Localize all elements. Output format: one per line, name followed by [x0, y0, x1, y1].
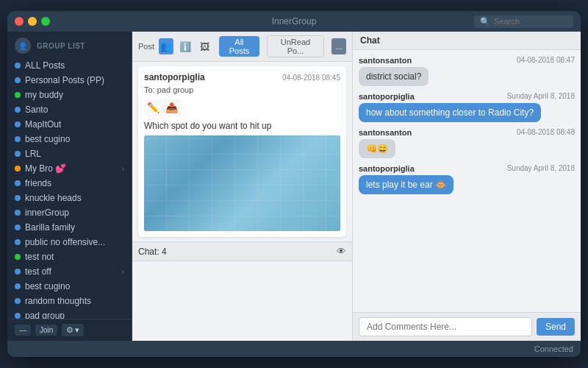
- chat-message-msg1: santonsanton04-08-2018 08:47district soc…: [359, 56, 575, 86]
- sidebar-item-random-thoughts[interactable]: random thoughts: [7, 294, 132, 308]
- sidebar-item-friends[interactable]: friends: [7, 176, 132, 191]
- chat-count: Chat: 4: [138, 247, 167, 257]
- sidebar-label-public-no-offensive: public no offensive...: [25, 237, 105, 247]
- sidebar-item-best-cugino[interactable]: best cugino: [7, 132, 132, 146]
- people-icon[interactable]: 👥: [159, 38, 173, 54]
- sidebar-label-random-thoughts: random thoughts: [25, 296, 91, 306]
- app-window: InnerGroup 🔍 👤 GROUP LIST ALL PostsPerso…: [7, 11, 581, 357]
- chat-panel: Chat santonsanton04-08-2018 08:47distric…: [353, 32, 581, 341]
- dot-my-buddy: [15, 92, 21, 98]
- dot-all-posts: [15, 63, 21, 68]
- join-button[interactable]: Join: [35, 325, 57, 336]
- dot-barilla-family: [15, 224, 21, 230]
- sidebar-item-knuckle-heads[interactable]: knuckle heads: [7, 191, 132, 205]
- chat-msg-user-msg2: santoporpiglia: [359, 92, 415, 101]
- chat-msg-time-msg1: 04-08-2018 08:47: [517, 56, 575, 65]
- dot-personal-posts: [15, 77, 21, 83]
- sidebar-item-barilla-family[interactable]: Barilla family: [7, 220, 132, 235]
- chat-msg-header-msg4: santoporpigliaSunday April 8, 2018: [359, 164, 575, 173]
- sidebar-item-best-cugino-2[interactable]: best cugino: [7, 279, 132, 294]
- title-bar: InnerGroup 🔍: [7, 11, 581, 32]
- sidebar-item-pad-group[interactable]: pad group: [7, 308, 132, 319]
- eye-icon[interactable]: 👁: [337, 246, 346, 257]
- image-icon[interactable]: 🖼: [197, 38, 212, 54]
- post-header: santoporpiglia 04-08-2018 08:45: [144, 72, 340, 82]
- sidebar-item-my-bro[interactable]: My Bro 💕›: [7, 161, 132, 176]
- chevron-icon-my-bro: ›: [122, 165, 124, 173]
- sidebar-label-test-off: test off: [25, 266, 51, 277]
- chat-message-msg4: santoporpigliaSunday April 8, 2018lets p…: [359, 164, 575, 194]
- maximize-button[interactable]: [41, 17, 50, 26]
- dot-friends: [15, 180, 21, 186]
- sidebar-item-test-off[interactable]: test off›: [7, 264, 132, 279]
- chat-bar: Chat: 4 👁: [132, 241, 352, 261]
- chat-message-msg3: santonsanton04-08-2018 08:48👊😄: [359, 128, 575, 158]
- dot-lrl: [15, 151, 21, 157]
- dot-public-no-offensive: [15, 239, 21, 245]
- sidebar-item-public-no-offensive[interactable]: public no offensive...: [7, 235, 132, 250]
- sidebar-item-my-buddy[interactable]: my buddy: [7, 88, 132, 102]
- close-button[interactable]: [15, 17, 24, 26]
- sidebar-header: 👤 GROUP LIST: [7, 32, 132, 57]
- sidebar-bottom: — Join ⚙ ▾: [7, 319, 132, 341]
- edit-icon[interactable]: ✏️: [147, 102, 159, 113]
- middle-panel: Post 👥 ℹ️ 🖼 All Posts UnRead Po... ... s…: [132, 32, 353, 341]
- sidebar-item-lrl[interactable]: LRL: [7, 146, 132, 161]
- chat-bubble-msg3: 👊😄: [359, 139, 395, 158]
- chat-bubble-msg1: district social?: [359, 67, 429, 86]
- sidebar-item-innergroup[interactable]: innerGroup: [7, 205, 132, 220]
- search-bar[interactable]: 🔍: [474, 15, 573, 28]
- chat-msg-header-msg2: santoporpigliaSunday April 8, 2018: [359, 92, 575, 101]
- post-text: Which spot do you want to hit up: [144, 121, 340, 131]
- more-button[interactable]: ...: [331, 38, 346, 54]
- sidebar-label-knuckle-heads: knuckle heads: [25, 193, 82, 203]
- dot-test-off: [15, 269, 21, 275]
- sidebar-label-innergroup: innerGroup: [25, 208, 69, 218]
- sidebar-label-all-posts: ALL Posts: [25, 60, 65, 71]
- chat-bubble-msg2: how about something closer to Radio City…: [359, 103, 541, 122]
- search-input[interactable]: [494, 17, 567, 26]
- chat-msg-user-msg1: santonsanton: [359, 56, 412, 65]
- chat-msg-time-msg3: 04-08-2018 08:48: [517, 128, 575, 137]
- post-to: To: pad group: [144, 85, 340, 94]
- post-time: 04-08-2018 08:45: [282, 74, 340, 82]
- dot-knuckle-heads: [15, 195, 21, 201]
- dot-innergroup: [15, 210, 21, 216]
- sidebar-list: ALL PostsPersonal Posts (PP)my buddySant…: [7, 57, 132, 319]
- chat-msg-header-msg3: santonsanton04-08-2018 08:48: [359, 128, 575, 137]
- sidebar-label-best-cugino-2: best cugino: [25, 281, 70, 291]
- chat-messages: santonsanton04-08-2018 08:47district soc…: [353, 50, 581, 312]
- sidebar-item-santo[interactable]: Santo: [7, 102, 132, 117]
- sidebar-label-mapitout: MapItOut: [25, 119, 61, 130]
- post-actions: ✏️ 📤: [144, 99, 181, 116]
- gear-button[interactable]: ⚙ ▾: [62, 324, 84, 336]
- chat-input[interactable]: [359, 317, 532, 336]
- gear-icon: ⚙: [66, 325, 74, 335]
- chat-input-bar: Send: [353, 312, 581, 341]
- post-map: [144, 135, 340, 231]
- sidebar-label-test-not: test not: [25, 252, 54, 262]
- app-title: InnerGroup: [272, 16, 317, 26]
- window-controls: [15, 17, 50, 26]
- sidebar-item-personal-posts[interactable]: Personal Posts (PP): [7, 73, 132, 88]
- info-icon[interactable]: ℹ️: [178, 38, 193, 54]
- sidebar-item-test-not[interactable]: test not: [7, 250, 132, 264]
- dot-test-not: [15, 254, 21, 260]
- sidebar-label-pad-group: pad group: [25, 311, 65, 319]
- sidebar-label-my-buddy: my buddy: [25, 90, 63, 100]
- send-button[interactable]: Send: [537, 318, 575, 336]
- unread-button[interactable]: UnRead Po...: [267, 35, 324, 57]
- chat-msg-time-msg4: Sunday April 8, 2018: [507, 164, 575, 173]
- share-icon[interactable]: 📤: [165, 102, 178, 113]
- chat-msg-time-msg2: Sunday April 8, 2018: [507, 92, 575, 101]
- minus-button[interactable]: —: [15, 325, 31, 336]
- sidebar-item-all-posts[interactable]: ALL Posts: [7, 58, 132, 73]
- post-tab-label: Post: [138, 42, 154, 51]
- sidebar: 👤 GROUP LIST ALL PostsPersonal Posts (PP…: [7, 32, 132, 341]
- dot-random-thoughts: [15, 298, 21, 304]
- sidebar-item-mapitout[interactable]: MapItOut: [7, 117, 132, 132]
- chat-header: Chat: [353, 32, 581, 50]
- dot-mapitout: [15, 121, 21, 127]
- minimize-button[interactable]: [28, 17, 37, 26]
- all-posts-button[interactable]: All Posts: [219, 36, 259, 57]
